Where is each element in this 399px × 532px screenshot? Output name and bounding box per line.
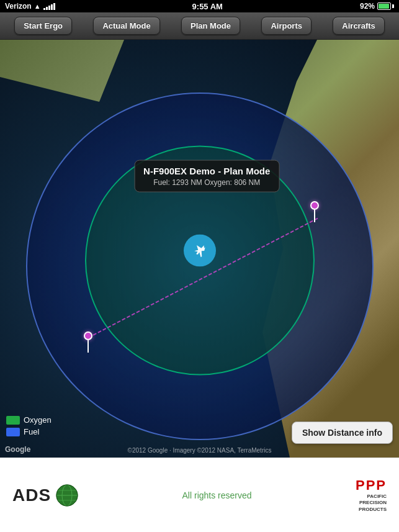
ads-globe-icon: [56, 484, 78, 507]
airport-pin-hawaii[interactable]: [84, 331, 92, 353]
airport-line-hawaii: [87, 340, 89, 353]
google-logo: Google: [5, 445, 30, 454]
fuel-swatch: [6, 428, 20, 436]
legend-fuel: Fuel: [6, 427, 52, 436]
map-area[interactable]: N-F900EX Demo - Plan Mode Fuel: 1293 NM …: [0, 40, 399, 458]
airports-button[interactable]: Airports: [261, 17, 312, 35]
map-legend: Oxygen Fuel: [6, 415, 52, 439]
bar3: [48, 6, 50, 10]
signal-bars: [43, 2, 55, 10]
rights-text: All rights reserved: [182, 490, 252, 500]
plane-icon: [184, 234, 216, 266]
ppp-letters: PPP: [356, 477, 387, 494]
ads-logo-area: ADS: [12, 484, 78, 507]
airport-dot-west-coast: [310, 201, 319, 210]
toolbar: Start Ergo Actual Mode Plan Mode Airport…: [0, 12, 399, 40]
ppp-logo: PPP PACIFICPRECISIONPRODUCTS: [356, 477, 387, 513]
aircrafts-button[interactable]: Aircrafts: [333, 17, 384, 35]
airport-dot-hawaii: [84, 331, 92, 340]
footer: ADS All rights reserved PPP PACIFICPRECI…: [0, 458, 399, 532]
carrier-name: Verizon: [5, 2, 32, 11]
airport-pin-west-coast[interactable]: [310, 201, 319, 222]
tooltip-subtitle: Fuel: 1293 NM Oxygen: 806 NM: [143, 178, 270, 186]
battery-area: 92%: [360, 2, 394, 11]
plane-tooltip: N-F900EX Demo - Plan Mode Fuel: 1293 NM …: [134, 160, 279, 192]
plan-mode-button[interactable]: Plan Mode: [181, 17, 240, 35]
fuel-label: Fuel: [24, 427, 39, 436]
bar1: [43, 8, 45, 10]
legend-oxygen: Oxygen: [6, 415, 52, 425]
start-ergo-button[interactable]: Start Ergo: [14, 17, 72, 35]
ppp-logo-area: PPP PACIFICPRECISIONPRODUCTS: [356, 477, 387, 513]
ads-text: ADS: [12, 485, 51, 505]
show-distance-button[interactable]: Show Distance info: [292, 422, 393, 444]
oxygen-swatch: [6, 416, 20, 425]
map-attribution: ©2012 Google · Imagery ©2012 NASA, Terra…: [128, 447, 272, 454]
battery-percent: 92%: [360, 2, 375, 11]
bar2: [46, 7, 48, 10]
footer-rights: All rights reserved: [182, 490, 252, 501]
ppp-subtitle: PACIFICPRECISIONPRODUCTS: [356, 494, 387, 513]
battery-icon: [377, 2, 394, 10]
carrier-signal: Verizon ▲: [5, 2, 55, 11]
oxygen-label: Oxygen: [24, 415, 52, 425]
status-time: 9:55 AM: [192, 2, 223, 11]
actual-mode-button[interactable]: Actual Mode: [93, 17, 159, 35]
status-bar: Verizon ▲ 9:55 AM 92%: [0, 0, 399, 12]
bar4: [51, 4, 53, 10]
tooltip-title: N-F900EX Demo - Plan Mode: [143, 165, 270, 176]
bar5: [53, 3, 55, 10]
airport-line-west-coast: [314, 210, 315, 222]
wifi-icon: ▲: [34, 2, 41, 10]
